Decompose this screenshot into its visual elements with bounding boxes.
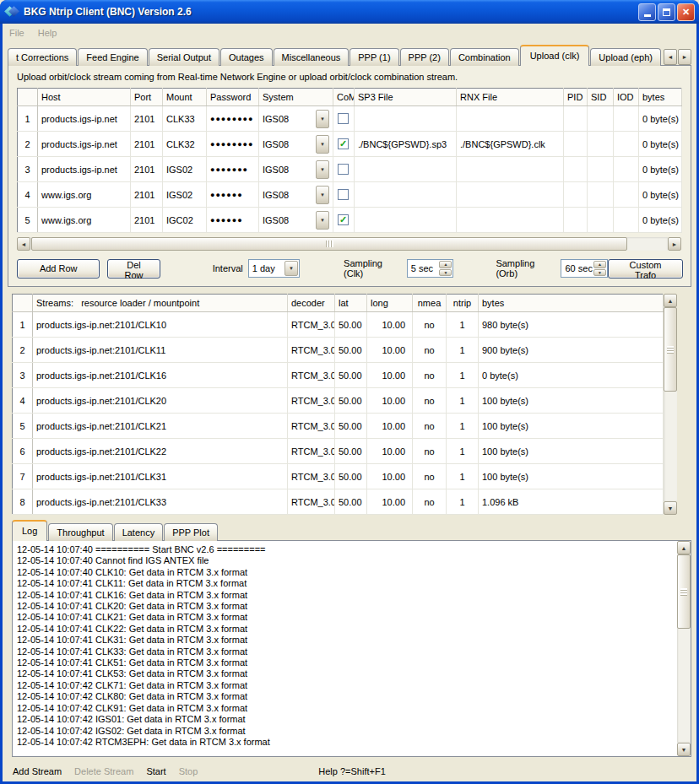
tab-upload-clk[interactable]: Upload (clk): [520, 45, 590, 66]
column-header-host[interactable]: Host: [38, 89, 131, 106]
tab-t-corrections[interactable]: t Corrections: [8, 48, 77, 66]
system-select[interactable]: IGS08▼: [263, 186, 329, 204]
scroll-down-button[interactable]: ▼: [664, 501, 677, 515]
scrollbar-thumb[interactable]: [664, 307, 677, 392]
cell-rnx-file[interactable]: [457, 208, 564, 233]
cell-iod[interactable]: [614, 106, 639, 132]
column-header[interactable]: [13, 295, 33, 312]
scroll-down-button[interactable]: ▼: [677, 743, 691, 756]
cell-iod[interactable]: [614, 132, 639, 157]
scrollbar-track[interactable]: [30, 237, 668, 251]
interval-select[interactable]: 1 day ▼: [248, 259, 300, 278]
minimize-button[interactable]: [638, 3, 656, 21]
spin-down-icon[interactable]: ▼: [593, 269, 606, 277]
tab-combination[interactable]: Combination: [450, 48, 519, 66]
sampling-orb-spinner[interactable]: 60 sec ▲▼: [561, 259, 608, 278]
column-header-port[interactable]: Port: [131, 89, 163, 106]
column-header-pid[interactable]: PID: [564, 89, 588, 106]
cell-iod[interactable]: [614, 208, 639, 233]
cell-rnx-file[interactable]: [457, 106, 564, 132]
menu-help[interactable]: Help: [38, 28, 57, 38]
log-scrollbar[interactable]: ▲ ▼: [677, 541, 691, 756]
tab-feed-engine[interactable]: Feed Engine: [78, 48, 147, 66]
stream-row[interactable]: 8products.igs-ip.net:2101/CLK33RTCM_3.05…: [13, 489, 664, 515]
cell-pid[interactable]: [564, 182, 588, 208]
cell-port[interactable]: 2101: [131, 208, 163, 233]
tab-ppp-1[interactable]: PPP (1): [350, 48, 398, 66]
cell-host[interactable]: www.igs.org: [38, 208, 131, 233]
cell-pid[interactable]: [564, 157, 588, 182]
cell-mount[interactable]: IGS02: [163, 182, 207, 208]
scrollbar-track[interactable]: [664, 307, 677, 501]
system-select[interactable]: IGS08▼: [263, 135, 329, 154]
cell-iod[interactable]: [614, 182, 639, 208]
column-header-mount[interactable]: Mount: [163, 89, 207, 106]
cell-port[interactable]: 2101: [131, 106, 163, 132]
column-header-nmea[interactable]: nmea: [413, 295, 447, 312]
stream-row[interactable]: 7products.igs-ip.net:2101/CLK31RTCM_3.05…: [13, 464, 664, 489]
cell-host[interactable]: products.igs-ip.net: [38, 132, 131, 157]
tab-scroll-right-button[interactable]: ►: [678, 49, 691, 65]
cell-mount[interactable]: IGS02: [163, 157, 207, 182]
column-header-sp3-file[interactable]: SP3 File: [355, 89, 457, 106]
scroll-up-button[interactable]: ▲: [677, 541, 691, 554]
tab-latency[interactable]: Latency: [114, 523, 164, 541]
cell-sp3-file[interactable]: ./BNC${GPSWD}.sp3: [355, 132, 457, 157]
tab-throughput[interactable]: Throughput: [48, 523, 112, 541]
system-select[interactable]: IGS08▼: [263, 110, 329, 128]
cell-password[interactable]: ●●●●●●●: [207, 157, 259, 182]
title-bar[interactable]: BKG Ntrip Client (BNC) Version 2.6 ✕: [0, 0, 699, 24]
scrollbar-thumb[interactable]: [31, 237, 627, 251]
log-output[interactable]: 12-05-14 10:07:40 ========== Start BNC v…: [13, 541, 677, 756]
cell-rnx-file[interactable]: ./BNC${GPSWD}.clk: [457, 132, 564, 157]
cell-sp3-file[interactable]: [355, 182, 457, 208]
menu-file[interactable]: File: [9, 28, 24, 38]
column-header-rnx-file[interactable]: RNX File: [457, 89, 564, 106]
cell-sid[interactable]: [588, 132, 614, 157]
cell-mount[interactable]: IGC02: [163, 208, 207, 233]
cell-sp3-file[interactable]: [355, 157, 457, 182]
tab-ppp-plot[interactable]: PPP Plot: [164, 523, 218, 541]
stream-row[interactable]: 3products.igs-ip.net:2101/CLK16RTCM_3.05…: [13, 363, 664, 388]
scroll-right-button[interactable]: ►: [668, 237, 681, 251]
custom-trafo-button[interactable]: Custom Trafo: [608, 259, 683, 278]
tab-miscellaneous[interactable]: Miscellaneous: [274, 48, 350, 66]
com-checkbox[interactable]: [338, 164, 349, 175]
cell-mount[interactable]: CLK32: [163, 132, 207, 157]
tab-outages[interactable]: Outages: [220, 48, 273, 66]
add-row-button[interactable]: Add Row: [17, 259, 100, 278]
cell-pid[interactable]: [564, 106, 588, 132]
cell-mount[interactable]: CLK33: [163, 106, 207, 132]
cell-password[interactable]: ●●●●●●●●: [207, 132, 259, 157]
sampling-clk-spinner[interactable]: 5 sec ▲▼: [407, 259, 454, 278]
column-header-bytes[interactable]: bytes: [479, 295, 664, 312]
column-header[interactable]: [18, 89, 38, 106]
cell-host[interactable]: products.igs-ip.net: [38, 106, 131, 132]
cell-iod[interactable]: [614, 157, 639, 182]
cell-pid[interactable]: [564, 208, 588, 233]
horizontal-scrollbar[interactable]: ◄ ►: [17, 237, 681, 251]
streams-scrollbar[interactable]: ▲ ▼: [664, 294, 677, 515]
column-header-long[interactable]: long: [367, 295, 413, 312]
stream-row[interactable]: 4products.igs-ip.net:2101/CLK20RTCM_3.05…: [13, 388, 664, 414]
com-checkbox[interactable]: [338, 189, 349, 200]
scroll-up-button[interactable]: ▲: [664, 294, 677, 307]
column-header-password[interactable]: Password: [207, 89, 259, 106]
cell-password[interactable]: ●●●●●●: [207, 182, 259, 208]
maximize-button[interactable]: [658, 3, 675, 21]
cell-password[interactable]: ●●●●●●: [207, 208, 259, 233]
scrollbar-thumb[interactable]: [677, 554, 691, 629]
close-button[interactable]: ✕: [677, 3, 695, 21]
column-header-sid[interactable]: SID: [588, 89, 614, 106]
stream-row[interactable]: 6products.igs-ip.net:2101/CLK22RTCM_3.05…: [13, 439, 664, 464]
cell-sp3-file[interactable]: [355, 208, 457, 233]
tab-serial-output[interactable]: Serial Output: [149, 48, 219, 66]
cell-port[interactable]: 2101: [131, 182, 163, 208]
tab-scroll-left-button[interactable]: ◄: [664, 49, 677, 65]
spin-up-icon[interactable]: ▲: [593, 261, 606, 268]
cell-rnx-file[interactable]: [457, 182, 564, 208]
cell-pid[interactable]: [564, 132, 588, 157]
column-header-system[interactable]: System: [259, 89, 333, 106]
system-select[interactable]: IGS08▼: [263, 160, 329, 179]
column-header-bytes[interactable]: bytes: [639, 89, 682, 106]
